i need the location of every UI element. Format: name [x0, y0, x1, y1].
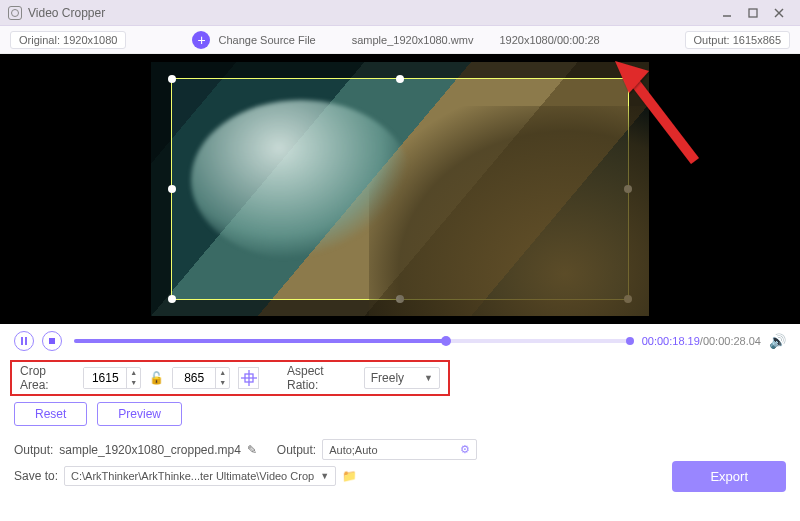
- output-settings-label: Output:: [277, 443, 316, 457]
- height-down[interactable]: ▼: [216, 378, 229, 388]
- crop-width-input[interactable]: ▲▼: [83, 367, 141, 389]
- chevron-down-icon[interactable]: ▼: [320, 471, 329, 481]
- width-down[interactable]: ▼: [127, 378, 140, 388]
- saveto-path: C:\ArkThinker\ArkThinke...ter Ultimate\V…: [71, 470, 314, 482]
- video-preview[interactable]: [151, 62, 649, 316]
- output-format-box[interactable]: Auto;Auto ⚙: [322, 439, 476, 460]
- video-stage: [0, 54, 800, 324]
- output-filename: sample_1920x1080_cropped.mp4: [59, 443, 240, 457]
- crop-selection[interactable]: [171, 78, 629, 300]
- width-up[interactable]: ▲: [127, 368, 140, 378]
- crop-controls-highlight: Crop Area: ▲▼ 🔓 ▲▼ Aspect Ratio: Freely …: [10, 360, 450, 396]
- lock-aspect-icon[interactable]: 🔓: [149, 371, 164, 385]
- seek-slider[interactable]: [74, 339, 630, 343]
- crop-handle-bl[interactable]: [168, 295, 176, 303]
- rename-icon[interactable]: ✎: [247, 443, 257, 457]
- crop-handle-tr[interactable]: [624, 75, 632, 83]
- output-row: Output: sample_1920x1080_cropped.mp4 ✎ O…: [0, 436, 800, 463]
- crop-handle-ml[interactable]: [168, 185, 176, 193]
- crop-width-field[interactable]: [84, 368, 126, 388]
- seek-end-marker[interactable]: [626, 337, 634, 345]
- svg-rect-8: [49, 338, 55, 344]
- height-up[interactable]: ▲: [216, 368, 229, 378]
- chevron-down-icon: ▼: [424, 373, 433, 383]
- gear-icon[interactable]: ⚙: [460, 443, 470, 456]
- source-filename: sample_1920x1080.wmv: [352, 34, 474, 46]
- change-source-plus-icon[interactable]: +: [192, 31, 210, 49]
- reset-button[interactable]: Reset: [14, 402, 87, 426]
- original-resolution-chip: Original: 1920x1080: [10, 31, 126, 49]
- open-folder-icon[interactable]: 📁: [342, 469, 357, 483]
- saveto-row: Save to: C:\ArkThinker\ArkThinke...ter U…: [0, 463, 800, 496]
- output-format-value: Auto;Auto: [329, 444, 377, 456]
- svg-rect-1: [749, 9, 757, 17]
- titlebar: Video Cropper: [0, 0, 800, 26]
- saveto-path-box[interactable]: C:\ArkThinker\ArkThinke...ter Ultimate\V…: [64, 466, 336, 486]
- info-toolbar: Original: 1920x1080 + Change Source File…: [0, 26, 800, 54]
- seek-thumb[interactable]: [441, 336, 451, 346]
- output-resolution-chip: Output: 1615x865: [685, 31, 790, 49]
- crop-handle-br[interactable]: [624, 295, 632, 303]
- saveto-label: Save to:: [14, 469, 58, 483]
- crop-handle-tl[interactable]: [168, 75, 176, 83]
- aspect-ratio-label: Aspect Ratio:: [287, 364, 356, 392]
- crop-handle-tm[interactable]: [396, 75, 404, 83]
- crop-height-input[interactable]: ▲▼: [172, 367, 230, 389]
- change-source-label[interactable]: Change Source File: [218, 34, 315, 46]
- window-title: Video Cropper: [28, 6, 105, 20]
- aspect-ratio-value: Freely: [371, 371, 404, 385]
- player-bar: 00:00:18.19/00:00:28.04 🔊: [0, 324, 800, 358]
- source-res-time: 1920x1080/00:00:28: [499, 34, 599, 46]
- volume-icon[interactable]: 🔊: [769, 333, 786, 349]
- stop-button[interactable]: [42, 331, 62, 351]
- center-crop-icon[interactable]: [238, 367, 259, 389]
- crop-handle-bm[interactable]: [396, 295, 404, 303]
- crop-height-field[interactable]: [173, 368, 215, 388]
- time-display: 00:00:18.19/00:00:28.04: [642, 335, 761, 347]
- crop-handle-mr[interactable]: [624, 185, 632, 193]
- pause-button[interactable]: [14, 331, 34, 351]
- minimize-button[interactable]: [714, 3, 740, 23]
- maximize-button[interactable]: [740, 3, 766, 23]
- app-logo-icon: [8, 6, 22, 20]
- aspect-ratio-select[interactable]: Freely ▼: [364, 367, 440, 389]
- crop-area-label: Crop Area:: [20, 364, 75, 392]
- close-button[interactable]: [766, 3, 792, 23]
- export-button[interactable]: Export: [672, 461, 786, 492]
- preview-button[interactable]: Preview: [97, 402, 182, 426]
- output-label: Output:: [14, 443, 53, 457]
- action-row: Reset Preview: [0, 402, 800, 436]
